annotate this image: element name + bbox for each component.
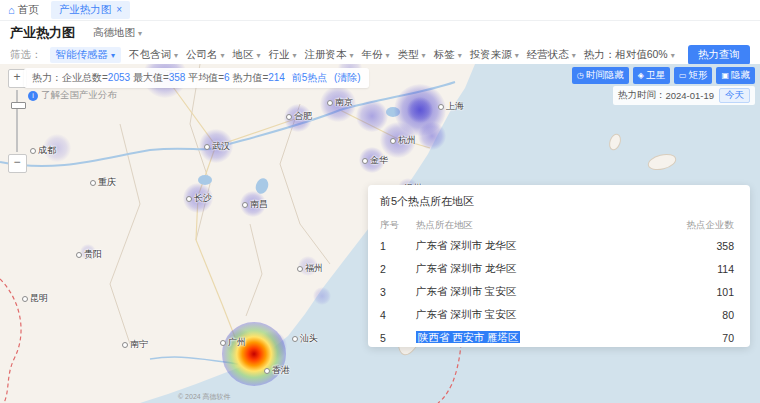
satellite-label: 卫星 (646, 69, 665, 82)
hide-icon (721, 72, 729, 80)
heat-stats-bar: 热力：企业总数=2053 最大值=358 平均值=6 热力值=214 前5热点 … (24, 68, 369, 88)
row-count: 358 (654, 240, 738, 252)
stats-avg: 6 (224, 72, 230, 83)
heat-query-button[interactable]: 热力查询 (688, 45, 750, 65)
rectangle-button[interactable]: 矩形 (674, 67, 713, 84)
filter-year[interactable]: 年份 (362, 48, 390, 62)
top5-hotspot-panel: 前5个热点所在地区 序号 热点所在地区 热点企业数 1 广东省 深圳市 龙华区 … (368, 185, 750, 347)
map-provider-select[interactable]: 高德地图 (93, 26, 142, 40)
filter-business-status[interactable]: 经营状态 (527, 48, 576, 62)
clock-icon (577, 72, 584, 80)
filter-company-name[interactable]: 公司名 (186, 48, 225, 62)
stats-label: 热力：企业总数= (32, 72, 108, 83)
row-region: 广东省 深圳市 龙华区 (416, 262, 654, 276)
table-row[interactable]: 4 广东省 深圳市 宝安区 80 (380, 303, 738, 326)
row-region: 广东省 深圳市 龙华区 (416, 239, 654, 253)
clear-link[interactable]: (清除) (334, 72, 361, 83)
map-canvas[interactable]: 西安 成都 重庆 武汉 合肥 南京 上海 杭州 金华 温州 长沙 南昌 福州 贵… (0, 64, 760, 403)
row-no: 3 (380, 286, 416, 298)
close-icon[interactable] (116, 5, 122, 15)
heat-time-bar: 热力时间： 2024-01-19 今天 (613, 86, 755, 105)
top-navbar: 首页 产业热力图 (0, 0, 760, 21)
filter-region[interactable]: 地区 (233, 48, 261, 62)
zoom-out-button[interactable]: − (8, 154, 27, 173)
tab-industry-heatmap[interactable]: 产业热力图 (51, 1, 130, 19)
time-toggle-label: 时间隐藏 (586, 69, 624, 82)
satellite-button[interactable]: 卫星 (633, 67, 670, 84)
map-attribution: © 2024 高德软件 (178, 392, 231, 402)
row-region: 广东省 深圳市 宝安区 (416, 308, 654, 322)
row-no: 1 (380, 240, 416, 252)
stats-heat-label: 热力值= (232, 72, 268, 83)
filter-tag[interactable]: 标签 (434, 48, 462, 62)
page-title: 产业热力图 (10, 24, 75, 42)
row-region: 广东省 深圳市 宝安区 (416, 285, 654, 299)
filter-selected-keyword[interactable]: 智能传感器 (50, 47, 122, 63)
stats-heat: 214 (268, 72, 285, 83)
filter-label: 筛选： (10, 48, 42, 62)
row-count: 114 (654, 263, 738, 275)
table-row[interactable]: 3 广东省 深圳市 宝安区 101 (380, 280, 738, 303)
info-icon (28, 91, 38, 101)
row-region-selected: 陕西省 西安市 雁塔区 (416, 331, 520, 343)
top5-hotspots-link[interactable]: 前5热点 (292, 72, 328, 83)
zoom-slider[interactable] (13, 90, 22, 152)
col-count: 热点企业数 (654, 219, 738, 232)
stats-total: 2053 (108, 72, 130, 83)
row-count: 70 (654, 332, 738, 344)
stats-avg-label: 平均值= (188, 72, 224, 83)
filter-type[interactable]: 类型 (398, 48, 426, 62)
row-count: 101 (654, 286, 738, 298)
table-row[interactable]: 5 陕西省 西安市 雁塔区 70 (380, 326, 738, 349)
filter-industry[interactable]: 行业 (269, 48, 297, 62)
heat-time-value: 2024-01-19 (665, 90, 714, 101)
time-toggle-button[interactable]: 时间隐藏 (572, 67, 629, 84)
filter-registered-capital[interactable]: 注册资本 (305, 48, 354, 62)
table-row[interactable]: 1 广东省 深圳市 龙华区 358 (380, 234, 738, 257)
map-controls: 时间隐藏 卫星 矩形 隐藏 (572, 67, 755, 84)
rectangle-label: 矩形 (688, 69, 707, 82)
hide-button[interactable]: 隐藏 (716, 67, 755, 84)
stats-max-label: 最大值= (133, 72, 169, 83)
row-no: 4 (380, 309, 416, 321)
row-no: 2 (380, 263, 416, 275)
table-header: 序号 热点所在地区 热点企业数 (380, 216, 738, 234)
panel-title: 前5个热点所在地区 (380, 194, 738, 209)
home-icon (8, 4, 15, 16)
hint-text: 了解全国产业分布 (41, 89, 117, 102)
stats-max: 358 (169, 72, 186, 83)
col-no: 序号 (380, 219, 416, 232)
filter-bar: 筛选： 智能传感器 不包含词 公司名 地区 行业 注册资本 年份 类型 标签 投… (0, 45, 760, 66)
province-borders (110, 64, 330, 344)
heat-time-label: 热力时间： (618, 89, 666, 102)
filter-exclude-word[interactable]: 不包含词 (129, 48, 178, 62)
hide-label: 隐藏 (731, 69, 750, 82)
page-header: 产业热力图 高德地图 (0, 21, 760, 45)
rectangle-icon (679, 72, 687, 80)
today-button[interactable]: 今天 (719, 88, 750, 103)
row-no: 5 (380, 332, 416, 344)
row-count: 80 (654, 309, 738, 321)
zoom-slider-handle[interactable] (11, 102, 26, 109)
breadcrumb-home[interactable]: 首页 (18, 3, 39, 17)
table-row[interactable]: 2 广东省 深圳市 龙华区 114 (380, 257, 738, 280)
map-hint: 了解全国产业分布 (28, 89, 117, 102)
satellite-icon (638, 72, 644, 80)
filter-investment-source[interactable]: 投资来源 (470, 48, 519, 62)
tab-label: 产业热力图 (59, 3, 112, 17)
col-region: 热点所在地区 (416, 219, 654, 232)
filter-heat-relative[interactable]: 热力：相对值60% (584, 48, 675, 62)
